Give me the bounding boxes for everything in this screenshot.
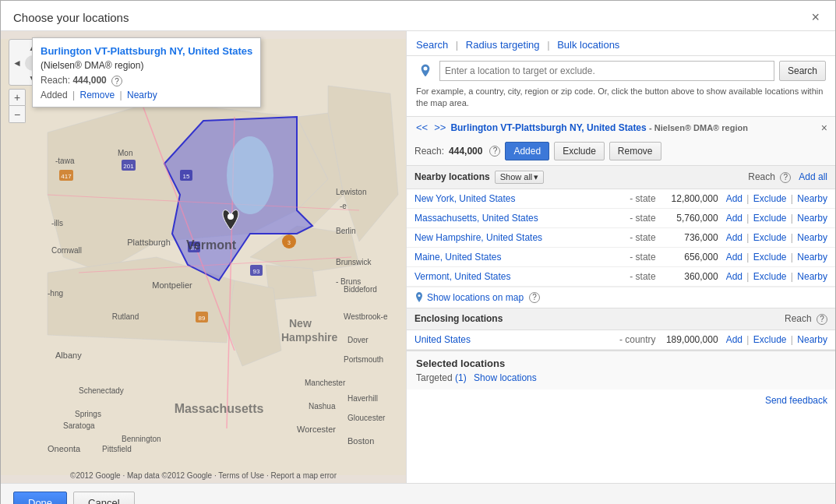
nearby-location-name-1[interactable]: Massachusetts, United States xyxy=(414,213,627,224)
nav-forward-button[interactable]: >> xyxy=(432,122,447,133)
nearby-add-4[interactable]: Add xyxy=(726,271,743,282)
tooltip-remove-link[interactable]: Remove xyxy=(80,90,115,100)
svg-text:Worcester: Worcester xyxy=(297,425,336,434)
show-all-button[interactable]: Show all ▾ xyxy=(495,171,545,184)
nearby-title: Nearby locations xyxy=(414,171,490,182)
svg-text:Haverhill: Haverhill xyxy=(347,394,378,403)
nearby-location-type-3: - state xyxy=(630,252,655,263)
enclosing-location-name-0[interactable]: United States xyxy=(414,334,617,345)
location-detail-title: Burlington VT-Plattsburgh NY, United Sta… xyxy=(450,122,817,133)
enclosing-add-0[interactable]: Add xyxy=(726,334,743,345)
show-on-map-help-icon[interactable]: ? xyxy=(529,292,540,303)
svg-text:Lewiston: Lewiston xyxy=(336,188,366,196)
selected-info: Targeted (1) Show locations xyxy=(416,372,826,383)
svg-point-55 xyxy=(424,67,428,71)
dialog-footer: Done Cancel xyxy=(1,483,835,504)
svg-text:Plattsburgh: Plattsburgh xyxy=(127,238,171,247)
enclosing-title: Enclosing locations xyxy=(414,313,750,324)
nearby-nearby-1[interactable]: Nearby xyxy=(797,213,827,224)
detail-reach-help-icon[interactable]: ? xyxy=(489,146,500,157)
enclosing-location-actions-0: Add | Exclude | Nearby xyxy=(726,334,827,345)
reach-column-header: Reach ? xyxy=(748,171,791,183)
nearby-location-name-3[interactable]: Maine, United States xyxy=(414,252,627,263)
map-pin-small-icon xyxy=(414,292,424,303)
svg-text:3: 3 xyxy=(287,240,291,245)
nearby-location-reach-1: 5,760,000 xyxy=(656,213,718,224)
nearby-add-3[interactable]: Add xyxy=(726,252,743,263)
search-button[interactable]: Search xyxy=(779,61,826,81)
nearby-locations-list: New York, United States - state 12,800,0… xyxy=(407,189,835,287)
svg-text:Vermont: Vermont xyxy=(186,238,237,252)
nearby-add-0[interactable]: Add xyxy=(726,193,743,204)
remove-button[interactable]: Remove xyxy=(609,142,661,160)
reach-header-help-icon[interactable]: ? xyxy=(780,172,791,183)
svg-text:Berlin: Berlin xyxy=(336,227,356,235)
nearby-exclude-1[interactable]: Exclude xyxy=(753,213,787,224)
nearby-section: Nearby locations Show all ▾ Reach ? Add … xyxy=(407,166,835,483)
pan-left-button[interactable]: ◄ xyxy=(9,55,25,71)
nearby-location-name-0[interactable]: New York, United States xyxy=(414,193,627,204)
zoom-in-button[interactable]: + xyxy=(9,89,26,106)
enclosing-reach-header: Reach ? xyxy=(750,313,827,325)
added-button[interactable]: Added xyxy=(505,142,549,160)
map-section: 201 87 93 3 417 15 89 xyxy=(1,31,406,483)
targeted-count-link[interactable]: (1) xyxy=(455,372,467,383)
close-button[interactable]: × xyxy=(808,10,823,24)
nearby-add-2[interactable]: Add xyxy=(726,232,743,243)
tooltip-nearby-link[interactable]: Nearby xyxy=(127,90,157,100)
cancel-button[interactable]: Cancel xyxy=(73,492,134,504)
nearby-location-name-4[interactable]: Vermont, United States xyxy=(414,271,627,282)
nearby-exclude-0[interactable]: Exclude xyxy=(753,193,787,204)
svg-text:Dover: Dover xyxy=(347,336,369,344)
location-detail-close-button[interactable]: × xyxy=(821,122,827,134)
enclosing-nearby-0[interactable]: Nearby xyxy=(797,334,827,345)
svg-text:Schenectady: Schenectady xyxy=(79,386,124,395)
map-container[interactable]: 201 87 93 3 417 15 89 xyxy=(1,31,406,483)
nearby-location-actions-0: Add | Exclude | Nearby xyxy=(726,193,827,204)
svg-text:Springs: Springs xyxy=(75,410,101,418)
nearby-exclude-2[interactable]: Exclude xyxy=(753,232,787,243)
nearby-location-row: Massachusetts, United States - state 5,7… xyxy=(407,209,835,228)
svg-text:-hng: -hng xyxy=(48,289,63,298)
done-button[interactable]: Done xyxy=(13,492,67,504)
nav-back-button[interactable]: << xyxy=(414,122,429,133)
zoom-out-button[interactable]: − xyxy=(9,106,26,123)
enclosing-section: Enclosing locations Reach ? United State… xyxy=(407,308,835,350)
nearby-nearby-4[interactable]: Nearby xyxy=(797,271,827,282)
enclosing-exclude-0[interactable]: Exclude xyxy=(753,334,787,345)
svg-text:Hampshire: Hampshire xyxy=(281,331,338,344)
svg-text:Cornwall: Cornwall xyxy=(51,246,82,255)
nearby-nearby-3[interactable]: Nearby xyxy=(797,252,827,263)
tooltip-title: Burlington VT-Plattsburgh NY, United Sta… xyxy=(41,44,252,72)
nearby-nearby-2[interactable]: Nearby xyxy=(797,232,827,243)
tab-search[interactable]: Search xyxy=(416,39,448,51)
tab-bulk-locations[interactable]: Bulk locations xyxy=(557,39,619,51)
nearby-nearby-0[interactable]: Nearby xyxy=(797,193,827,204)
dialog-header: Choose your locations × xyxy=(1,1,835,31)
svg-text:Nashua: Nashua xyxy=(309,402,336,411)
exclude-button[interactable]: Exclude xyxy=(554,142,605,160)
location-search-input[interactable] xyxy=(439,61,774,81)
nearby-location-name-2[interactable]: New Hampshire, United States xyxy=(414,232,627,243)
show-on-map-link[interactable]: Show locations on map ? xyxy=(414,292,827,303)
nearby-add-1[interactable]: Add xyxy=(726,213,743,224)
tab-radius-targeting[interactable]: Radius targeting xyxy=(466,39,540,51)
show-on-map-row: Show locations on map ? xyxy=(407,287,835,308)
tab-separator: | xyxy=(456,39,458,51)
svg-text:-e: -e xyxy=(340,202,347,210)
svg-text:417: 417 xyxy=(61,173,72,180)
reach-help-icon[interactable]: ? xyxy=(111,76,122,86)
send-feedback-link[interactable]: Send feedback xyxy=(765,395,827,406)
nearby-exclude-4[interactable]: Exclude xyxy=(753,271,787,282)
add-all-link[interactable]: Add all xyxy=(799,171,827,182)
nearby-location-actions-1: Add | Exclude | Nearby xyxy=(726,213,827,224)
location-pin-icon xyxy=(418,63,433,79)
show-locations-link[interactable]: Show locations xyxy=(474,372,537,383)
svg-text:Westbrook-e: Westbrook-e xyxy=(344,312,388,321)
selected-title: Selected locations xyxy=(416,358,826,369)
nearby-location-actions-2: Add | Exclude | Nearby xyxy=(726,232,827,243)
svg-text:Montpelier: Montpelier xyxy=(152,280,192,290)
enclosing-reach-help-icon[interactable]: ? xyxy=(817,314,827,325)
dialog-title: Choose your locations xyxy=(13,11,129,24)
nearby-exclude-3[interactable]: Exclude xyxy=(753,252,787,263)
